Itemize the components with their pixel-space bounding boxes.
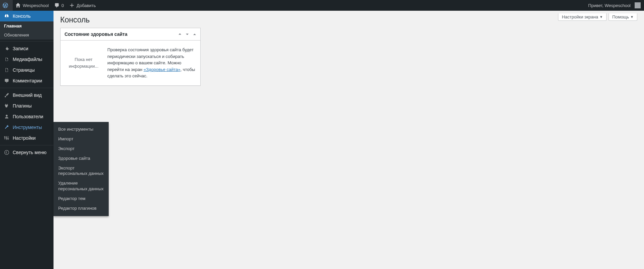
health-description: Проверка состояния здоровья сайта будет …	[107, 47, 196, 79]
plugin-icon	[3, 103, 10, 109]
menu-collapse[interactable]: Свернуть меню	[0, 147, 53, 158]
wordpress-icon	[3, 3, 8, 8]
site-health-box: Состояние здоровья сайта Пока нет информ…	[60, 28, 201, 86]
page-title: Консоль	[53, 11, 644, 28]
menu-settings-label: Настройки	[13, 135, 36, 141]
comments-link[interactable]: 0	[51, 0, 67, 11]
site-health-link[interactable]: «Здоровье сайта»	[143, 67, 180, 72]
dashboard-icon	[3, 13, 10, 19]
menu-pages-label: Страницы	[13, 67, 35, 73]
help-label: Помощь	[612, 14, 629, 19]
fly-export-personal[interactable]: Экспорт персональных данных	[53, 163, 109, 179]
site-health-title: Состояние здоровья сайта	[61, 28, 176, 40]
chevron-down-icon: ▼	[600, 15, 603, 19]
menu-tools[interactable]: Инструменты	[0, 122, 53, 133]
menu-tools-label: Инструменты	[13, 125, 42, 130]
wrench-icon	[3, 125, 10, 130]
site-name: Wespeschool	[23, 3, 49, 8]
comments-icon	[3, 78, 10, 83]
add-new-label: Добавить	[77, 3, 96, 8]
chevron-down-icon: ▼	[630, 15, 634, 19]
page-icon	[3, 67, 10, 73]
toggle-panel-button[interactable]	[191, 29, 198, 39]
fly-export[interactable]: Экспорт	[53, 144, 109, 154]
menu-appearance[interactable]: Внешний вид	[0, 90, 53, 100]
home-icon	[15, 3, 21, 8]
help-button[interactable]: Помощь ▼	[609, 13, 637, 21]
menu-appearance-label: Внешний вид	[13, 92, 42, 98]
menu-dashboard-label: Консоль	[13, 13, 31, 19]
menu-comments[interactable]: Комментарии	[0, 75, 53, 86]
fly-erase-personal[interactable]: Удаление персональных данных	[53, 179, 109, 194]
health-status-text: Пока нет информации...	[65, 47, 102, 79]
add-new-link[interactable]: Добавить	[67, 0, 98, 11]
admin-sidebar: Консоль Главная Обновления Записи Медиаф…	[0, 11, 53, 269]
screen-options-label: Настройки экрана	[562, 14, 598, 19]
menu-dashboard[interactable]: Консоль	[0, 11, 53, 21]
tools-flyout: Все инструменты Импорт Экспорт Здоровье …	[53, 122, 109, 216]
site-link[interactable]: Wespeschool	[13, 0, 51, 11]
admin-user-area[interactable]: Привет, Wespeschool	[585, 2, 644, 8]
avatar	[635, 2, 641, 8]
menu-pages[interactable]: Страницы	[0, 65, 53, 75]
collapse-icon	[3, 150, 10, 155]
dashboard-submenu: Главная Обновления	[0, 21, 53, 40]
submenu-home[interactable]: Главная	[0, 21, 53, 30]
submenu-updates[interactable]: Обновления	[0, 30, 53, 40]
admin-toolbar: Wespeschool 0 Добавить Привет, Wespescho…	[0, 0, 644, 11]
brush-icon	[3, 92, 10, 98]
fly-site-health[interactable]: Здоровье сайта	[53, 154, 109, 163]
comments-count: 0	[62, 3, 64, 8]
move-down-button[interactable]	[184, 29, 191, 39]
menu-posts[interactable]: Записи	[0, 43, 53, 54]
comment-icon	[54, 3, 60, 8]
menu-users-label: Пользователи	[13, 114, 43, 119]
svg-point-0	[5, 150, 9, 155]
fly-plugin-editor[interactable]: Редактор плагинов	[53, 204, 109, 213]
greeting-text: Привет, Wespeschool	[585, 3, 633, 8]
menu-settings[interactable]: Настройки	[0, 133, 53, 143]
menu-posts-label: Записи	[13, 46, 28, 51]
menu-comments-label: Комментарии	[13, 78, 42, 83]
fly-all-tools[interactable]: Все инструменты	[53, 125, 109, 134]
menu-plugins-label: Плагины	[13, 103, 32, 109]
plus-icon	[69, 3, 75, 8]
menu-media-label: Медиафайлы	[13, 57, 42, 62]
user-icon	[3, 114, 10, 119]
pin-icon	[3, 46, 10, 51]
screen-options-button[interactable]: Настройки экрана ▼	[558, 13, 606, 21]
menu-plugins[interactable]: Плагины	[0, 100, 53, 111]
fly-theme-editor[interactable]: Редактор тем	[53, 194, 109, 204]
menu-users[interactable]: Пользователи	[0, 111, 53, 122]
main-content: Настройки экрана ▼ Помощь ▼ Консоль Сост…	[53, 11, 644, 86]
media-icon	[3, 57, 10, 62]
menu-collapse-label: Свернуть меню	[13, 150, 46, 155]
wp-logo[interactable]	[0, 0, 13, 11]
menu-media[interactable]: Медиафайлы	[0, 54, 53, 65]
sliders-icon	[3, 135, 10, 141]
fly-import[interactable]: Импорт	[53, 134, 109, 144]
move-up-button[interactable]	[176, 29, 184, 39]
